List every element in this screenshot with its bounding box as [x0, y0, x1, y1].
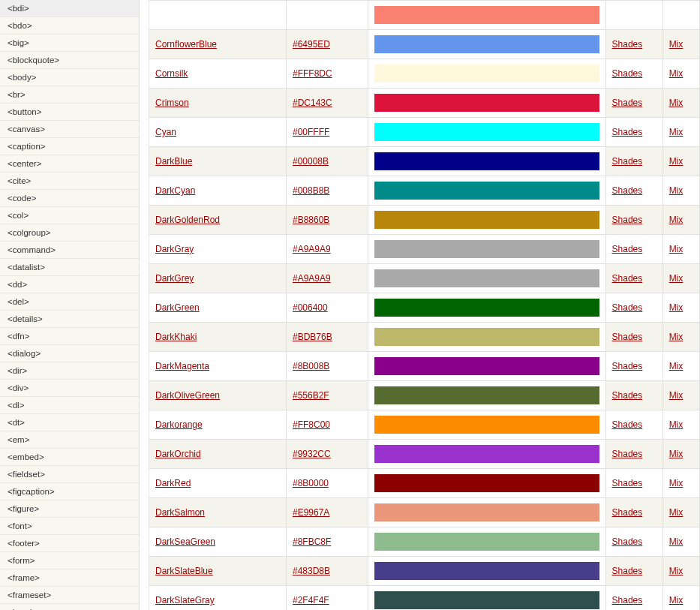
sidebar-item[interactable]: <dt>	[0, 414, 139, 431]
mix-link[interactable]: Mix	[669, 566, 683, 576]
color-name-link[interactable]: DarkGoldenRod	[155, 215, 220, 225]
mix-link[interactable]: Mix	[669, 361, 683, 371]
color-hex-link[interactable]: #8B008B	[293, 361, 329, 371]
color-name-link[interactable]: DarkSalmon	[155, 507, 205, 518]
color-hex-link[interactable]: #483D8B	[293, 566, 330, 576]
sidebar-item[interactable]: <datalist>	[0, 259, 139, 276]
color-hex-link[interactable]: #00FFFF	[293, 127, 329, 137]
sidebar-item[interactable]: <body>	[0, 69, 139, 86]
mix-link[interactable]: Mix	[669, 595, 683, 605]
color-name-link[interactable]: Cyan	[155, 127, 176, 137]
mix-link[interactable]: Mix	[669, 68, 683, 79]
color-hex-link[interactable]: #B8860B	[293, 215, 329, 225]
mix-link[interactable]: Mix	[669, 390, 683, 401]
mix-link[interactable]: Mix	[669, 478, 683, 488]
sidebar-item[interactable]: <button>	[0, 104, 139, 121]
sidebar-item[interactable]: <big>	[0, 35, 139, 52]
sidebar-item[interactable]: <div>	[0, 380, 139, 397]
sidebar-item[interactable]: <figure>	[0, 500, 139, 518]
sidebar-item[interactable]: <dd>	[0, 276, 139, 293]
sidebar-item[interactable]: <dialog>	[0, 345, 139, 362]
mix-link[interactable]: Mix	[669, 215, 683, 225]
mix-link[interactable]: Mix	[669, 39, 683, 50]
color-hex-link[interactable]: #006400	[293, 302, 328, 313]
shades-link[interactable]: Shades	[612, 185, 643, 196]
mix-link[interactable]: Mix	[669, 156, 683, 167]
sidebar-item[interactable]: <caption>	[0, 138, 139, 155]
color-name-link[interactable]: Crimson	[155, 98, 189, 108]
sidebar-item[interactable]: <center>	[0, 155, 139, 173]
color-hex-link[interactable]: #008B8B	[293, 185, 329, 196]
mix-link[interactable]: Mix	[669, 98, 683, 108]
color-hex-link[interactable]: #8B0000	[293, 478, 329, 488]
color-name-link[interactable]: DarkCyan	[155, 185, 195, 196]
sidebar-item[interactable]: <canvas>	[0, 121, 139, 138]
sidebar-item[interactable]: <frame>	[0, 569, 139, 587]
shades-link[interactable]: Shades	[612, 449, 643, 459]
color-hex-link[interactable]: #DC143C	[293, 98, 332, 108]
mix-link[interactable]: Mix	[669, 449, 683, 459]
shades-link[interactable]: Shades	[612, 507, 643, 518]
mix-link[interactable]: Mix	[669, 332, 683, 342]
sidebar-item[interactable]: <bdi>	[0, 0, 139, 17]
sidebar-item[interactable]: <font>	[0, 518, 139, 535]
shades-link[interactable]: Shades	[612, 273, 643, 284]
shades-link[interactable]: Shades	[612, 127, 643, 137]
color-name-link[interactable]: DarkOrchid	[155, 449, 201, 459]
sidebar-item[interactable]: <head>	[0, 604, 139, 610]
sidebar-item[interactable]: <details>	[0, 311, 139, 328]
color-hex-link[interactable]: #9932CC	[293, 449, 331, 459]
mix-link[interactable]: Mix	[669, 419, 683, 430]
shades-link[interactable]: Shades	[612, 244, 643, 254]
shades-link[interactable]: Shades	[612, 215, 643, 225]
shades-link[interactable]: Shades	[612, 68, 643, 79]
mix-link[interactable]: Mix	[669, 185, 683, 196]
color-hex-link[interactable]: #6495ED	[293, 39, 330, 50]
sidebar-item[interactable]: <cite>	[0, 173, 139, 190]
color-hex-link[interactable]: #BDB76B	[293, 332, 332, 342]
color-name-link[interactable]: CornflowerBlue	[155, 39, 217, 50]
mix-link[interactable]: Mix	[669, 244, 683, 254]
shades-link[interactable]: Shades	[612, 361, 643, 371]
sidebar-item[interactable]: <figcaption>	[0, 483, 139, 500]
sidebar-item[interactable]: <dfn>	[0, 328, 139, 345]
sidebar-item[interactable]: <colgroup>	[0, 224, 139, 242]
color-name-link[interactable]: DarkGrey	[155, 273, 194, 284]
color-hex-link[interactable]: #FF8C00	[293, 419, 330, 430]
mix-link[interactable]: Mix	[669, 507, 683, 518]
sidebar-item[interactable]: <command>	[0, 242, 139, 259]
shades-link[interactable]: Shades	[612, 98, 643, 108]
shades-link[interactable]: Shades	[612, 39, 643, 50]
color-hex-link[interactable]: #A9A9A9	[293, 273, 331, 284]
sidebar-item[interactable]: <bdo>	[0, 17, 139, 35]
mix-link[interactable]: Mix	[669, 273, 683, 284]
sidebar-item[interactable]: <del>	[0, 293, 139, 311]
mix-link[interactable]: Mix	[669, 127, 683, 137]
sidebar-item[interactable]: <fieldset>	[0, 466, 139, 483]
color-hex-link[interactable]: #A9A9A9	[293, 244, 331, 254]
shades-link[interactable]: Shades	[612, 390, 643, 401]
sidebar-item[interactable]: <form>	[0, 552, 139, 569]
mix-link[interactable]: Mix	[669, 536, 683, 547]
shades-link[interactable]: Shades	[612, 595, 643, 605]
shades-link[interactable]: Shades	[612, 566, 643, 576]
color-name-link[interactable]: DarkMagenta	[155, 361, 209, 371]
shades-link[interactable]: Shades	[612, 156, 643, 167]
sidebar-item[interactable]: <col>	[0, 207, 139, 224]
shades-link[interactable]: Shades	[612, 536, 643, 547]
color-name-link[interactable]: DarkBlue	[155, 156, 192, 167]
color-hex-link[interactable]: #556B2F	[293, 390, 329, 401]
color-name-link[interactable]: DarkOliveGreen	[155, 390, 220, 401]
color-hex-link[interactable]: #8FBC8F	[293, 536, 331, 547]
color-name-link[interactable]: Cornsilk	[155, 68, 188, 79]
color-name-link[interactable]: Darkorange	[155, 419, 203, 430]
color-name-link[interactable]: DarkSlateGray	[155, 595, 215, 605]
sidebar-item[interactable]: <dir>	[0, 362, 139, 380]
shades-link[interactable]: Shades	[612, 419, 643, 430]
color-name-link[interactable]: DarkKhaki	[155, 332, 197, 342]
shades-link[interactable]: Shades	[612, 302, 643, 313]
mix-link[interactable]: Mix	[669, 302, 683, 313]
color-name-link[interactable]: DarkSeaGreen	[155, 536, 215, 547]
sidebar-item[interactable]: <embed>	[0, 449, 139, 466]
sidebar-item[interactable]: <em>	[0, 431, 139, 449]
